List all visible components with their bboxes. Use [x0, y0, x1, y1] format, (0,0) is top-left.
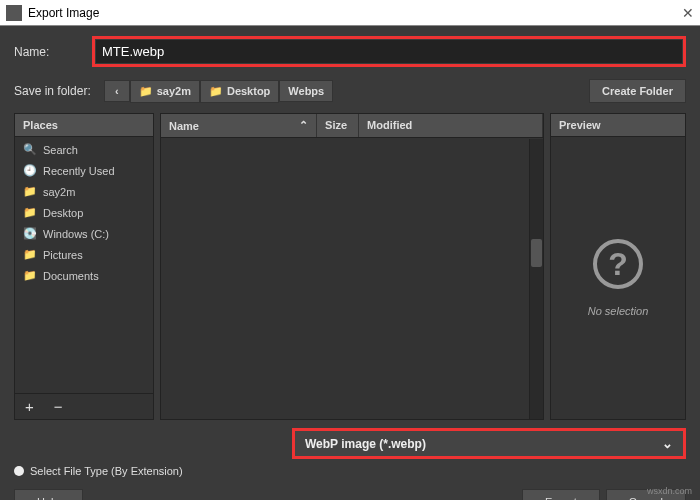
breadcrumb-label: say2m	[157, 85, 191, 97]
select-file-type-label: Select File Type (By Extension)	[30, 465, 183, 477]
close-icon[interactable]: ✕	[682, 5, 694, 21]
select-file-type-toggle[interactable]: Select File Type (By Extension)	[14, 465, 686, 477]
help-button[interactable]: Help	[14, 489, 83, 500]
breadcrumb-item[interactable]: 📁Desktop	[200, 80, 279, 103]
export-button[interactable]: Export	[522, 489, 600, 500]
breadcrumb-label: Webps	[288, 85, 324, 97]
file-type-label: WebP image (*.webp)	[305, 437, 426, 451]
scrollbar-thumb[interactable]	[531, 239, 542, 267]
breadcrumb-item[interactable]: 📁say2m	[130, 80, 200, 103]
places-item-label: Search	[43, 144, 78, 156]
places-item-drive-c[interactable]: 💽Windows (C:)	[15, 223, 153, 244]
places-remove-button[interactable]: −	[44, 394, 73, 419]
places-item-user[interactable]: 📁say2m	[15, 181, 153, 202]
folder-icon: 📁	[23, 269, 37, 282]
places-item-label: Recently Used	[43, 165, 115, 177]
folder-icon: 📁	[209, 85, 223, 98]
create-folder-button[interactable]: Create Folder	[589, 79, 686, 103]
places-item-recent[interactable]: 🕘Recently Used	[15, 160, 153, 181]
places-item-label: Desktop	[43, 207, 83, 219]
places-item-label: Windows (C:)	[43, 228, 109, 240]
recent-icon: 🕘	[23, 164, 37, 177]
column-header-size[interactable]: Size	[317, 114, 359, 137]
breadcrumb-back-button[interactable]: ‹	[104, 80, 130, 102]
preview-header: Preview	[551, 114, 685, 137]
folder-icon: 📁	[23, 185, 37, 198]
folder-icon: 📁	[23, 206, 37, 219]
scrollbar[interactable]	[529, 139, 543, 419]
places-item-pictures[interactable]: 📁Pictures	[15, 244, 153, 265]
watermark: wsxdn.com	[647, 486, 692, 496]
sort-asc-icon: ⌃	[299, 119, 308, 132]
places-item-search[interactable]: 🔍Search	[15, 139, 153, 160]
breadcrumb-item[interactable]: Webps	[279, 80, 333, 102]
places-item-desktop[interactable]: 📁Desktop	[15, 202, 153, 223]
file-type-selector[interactable]: WebP image (*.webp) ⌄	[292, 428, 686, 459]
places-add-button[interactable]: +	[15, 394, 44, 419]
folder-icon: 📁	[139, 85, 153, 98]
column-header-name[interactable]: Name⌃	[161, 114, 317, 137]
column-header-modified[interactable]: Modified	[359, 114, 543, 137]
folder-icon: 📁	[23, 248, 37, 261]
app-icon	[6, 5, 22, 21]
filename-input[interactable]	[96, 40, 682, 63]
places-header: Places	[15, 114, 153, 137]
places-item-label: say2m	[43, 186, 75, 198]
places-item-documents[interactable]: 📁Documents	[15, 265, 153, 286]
window-title: Export Image	[28, 6, 682, 20]
save-folder-label: Save in folder:	[14, 84, 104, 98]
breadcrumb-label: Desktop	[227, 85, 270, 97]
search-icon: 🔍	[23, 143, 37, 156]
preview-status-text: No selection	[588, 305, 649, 317]
question-mark-icon: ?	[593, 239, 643, 289]
chevron-down-icon: ⌄	[662, 436, 673, 451]
places-item-label: Documents	[43, 270, 99, 282]
file-list-area[interactable]	[161, 138, 543, 419]
bullet-icon	[14, 466, 24, 476]
drive-icon: 💽	[23, 227, 37, 240]
places-item-label: Pictures	[43, 249, 83, 261]
name-label: Name:	[14, 45, 92, 59]
